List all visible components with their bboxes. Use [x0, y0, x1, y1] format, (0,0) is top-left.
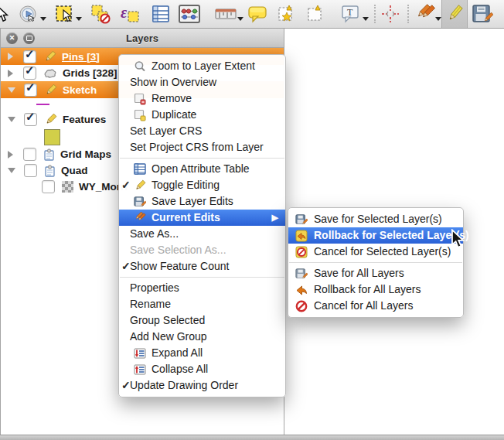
group-checkbox[interactable] — [23, 148, 36, 161]
submenu-item-cancel-selected[interactable]: Cancel for Selected Layer(s) — [288, 244, 463, 260]
submenu-item-save-all[interactable]: Save for All Layers — [288, 265, 463, 281]
toolbar-separator — [407, 5, 409, 23]
menu-item-set-project-crs[interactable]: Set Project CRS from Layer — [119, 139, 285, 155]
menu-item-current-edits[interactable]: Current Edits ▶ — [119, 210, 285, 226]
group-checkbox[interactable] — [24, 164, 37, 177]
snapping-crosshair-icon[interactable] — [380, 3, 400, 25]
zoom-to-layer-icon — [133, 60, 146, 73]
fill-symbol-swatch — [44, 129, 60, 145]
new-bookmark-icon[interactable] — [277, 3, 297, 25]
collapse-arrow-icon[interactable] — [8, 117, 15, 122]
select-by-expression-icon[interactable]: ε — [119, 3, 141, 25]
attribute-table-icon — [133, 162, 146, 176]
layer-checkbox[interactable]: ✓ — [24, 84, 37, 97]
cancel-icon — [295, 245, 308, 258]
toolbar: ε — [0, 0, 504, 29]
show-bookmarks-icon[interactable] — [306, 3, 325, 25]
remove-layer-icon — [133, 92, 146, 105]
panel-title: Layers — [1, 32, 284, 44]
menu-item-show-feature-count[interactable]: ✓ Show Feature Count — [119, 258, 285, 275]
submenu-item-cancel-all[interactable]: Cancel for All Layers — [288, 298, 463, 314]
menu-separator — [120, 158, 284, 159]
menu-item-update-drawing-order[interactable]: ✓ Update Drawing Order — [119, 377, 285, 394]
measure-icon[interactable] — [215, 3, 237, 25]
collapse-arrow-icon[interactable] — [8, 87, 15, 93]
submenu-arrow-icon: ▶ — [272, 210, 278, 226]
layer-checkbox[interactable]: ✓ — [23, 67, 36, 80]
menu-item-open-attribute-table[interactable]: Open Attribute Table — [119, 161, 285, 177]
layer-group-icon — [44, 165, 56, 177]
svg-text:ε: ε — [121, 4, 128, 21]
menu-item-remove[interactable]: Remove — [119, 90, 285, 107]
pencil-icon — [133, 179, 146, 192]
menu-separator — [120, 277, 284, 278]
layer-checkbox[interactable] — [42, 180, 55, 193]
layer-label: Grids [328] — [63, 67, 117, 79]
layers-panel-header: ✕ Layers — [1, 29, 284, 48]
pencils-icon — [133, 211, 146, 224]
check-icon: ✓ — [121, 377, 131, 394]
layer-label: Pins [3] — [62, 51, 100, 63]
expand-arrow-icon[interactable] — [8, 151, 13, 159]
submenu-item-save-selected[interactable]: Save for Selected Layer(s) — [288, 211, 463, 227]
submenu-item-rollback-selected[interactable]: Rollback for Selected Layer(s) — [288, 227, 463, 244]
map-tips-icon[interactable] — [247, 3, 267, 25]
toggle-editing-icon[interactable] — [445, 3, 464, 25]
menu-item-add-new-group[interactable]: Add New Group — [119, 329, 285, 345]
run-feature-action-icon[interactable] — [17, 3, 39, 25]
layer-label: Sketch — [63, 84, 97, 96]
cancel-all-icon — [295, 299, 308, 312]
menu-separator — [289, 262, 462, 263]
menu-item-show-in-overview[interactable]: Show in Overview — [119, 74, 285, 90]
expand-arrow-icon[interactable] — [8, 53, 13, 60]
menu-item-expand-all[interactable]: Expand All — [119, 345, 285, 361]
expand-arrow-icon[interactable] — [8, 70, 13, 77]
statistical-summary-icon[interactable] — [178, 3, 201, 25]
bottom-panel-edge — [0, 435, 504, 440]
save-layer-edits-icon[interactable] — [472, 3, 493, 25]
mouse-cursor — [451, 229, 465, 249]
menu-item-save-layer-edits[interactable]: Save Layer Edits — [119, 193, 285, 210]
dropdown-caret-icon[interactable] — [76, 17, 82, 21]
svg-text:T: T — [347, 7, 353, 18]
open-attribute-table-icon[interactable] — [152, 3, 170, 25]
layer-checkbox[interactable]: ✓ — [23, 50, 36, 63]
close-panel-icon[interactable]: ✕ — [6, 32, 18, 44]
layer-group-icon — [43, 148, 55, 161]
layer-checkbox[interactable]: ✓ — [24, 113, 37, 126]
dropdown-caret-icon[interactable] — [237, 17, 243, 21]
menu-item-collapse-all[interactable]: Collapse All — [119, 361, 285, 377]
deselect-features-icon[interactable] — [90, 3, 111, 25]
save-edits-icon — [295, 267, 308, 280]
menu-item-save-selection-as: Save Selection As... — [119, 242, 285, 258]
duplicate-layer-icon — [133, 108, 146, 121]
toolbar-separator — [374, 5, 376, 23]
menu-item-group-selected[interactable]: Group Selected — [119, 312, 285, 329]
raster-layer-icon — [62, 181, 73, 193]
dropdown-caret-icon[interactable] — [435, 17, 441, 21]
menu-item-toggle-editing[interactable]: ✓ Toggle Editing — [119, 177, 285, 193]
dropdown-caret-icon[interactable] — [40, 17, 46, 21]
cursor-partial-icon[interactable] — [0, 3, 9, 25]
select-features-icon[interactable] — [54, 3, 74, 25]
save-edits-icon — [295, 213, 308, 226]
editing-pencil-icon — [44, 84, 57, 97]
menu-item-duplicate[interactable]: Duplicate — [119, 107, 285, 123]
polygon-layer-icon — [43, 68, 57, 79]
editing-pencil-icon — [44, 113, 57, 126]
text-annotation-icon[interactable]: T — [340, 3, 362, 25]
menu-item-rename[interactable]: Rename — [119, 296, 285, 312]
float-panel-icon[interactable] — [23, 32, 35, 44]
layer-context-menu: Zoom to Layer Extent Show in Overview Re… — [118, 54, 286, 397]
digitizing-pencils-icon[interactable] — [413, 3, 436, 25]
menu-item-properties[interactable]: Properties — [119, 280, 285, 296]
layer-label: Features — [63, 114, 106, 125]
submenu-item-rollback-all[interactable]: Rollback for All Layers — [288, 281, 463, 298]
current-edits-submenu: Save for Selected Layer(s) Rollback for … — [288, 207, 464, 318]
collapse-all-icon — [133, 363, 146, 376]
menu-item-zoom-to-layer-extent[interactable]: Zoom to Layer Extent — [119, 58, 285, 74]
dropdown-caret-icon[interactable] — [363, 17, 369, 21]
collapse-arrow-icon[interactable] — [8, 168, 15, 173]
menu-item-save-as[interactable]: Save As... — [119, 226, 285, 242]
menu-item-set-layer-crs[interactable]: Set Layer CRS — [119, 123, 285, 139]
